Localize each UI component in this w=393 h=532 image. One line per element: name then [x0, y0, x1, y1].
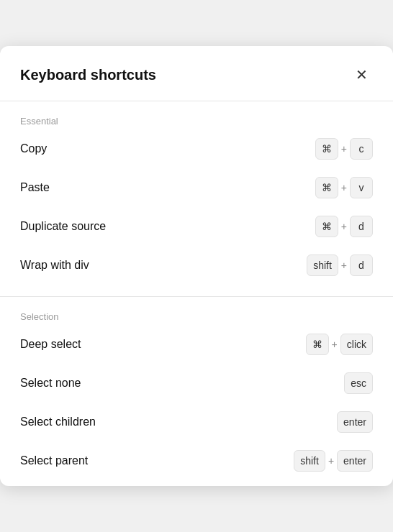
key-enter: enter — [337, 450, 373, 472]
shortcut-deep-select-name: Deep select — [20, 338, 81, 351]
key-c: c — [350, 138, 373, 160]
shortcut-wrap-keys: shift + d — [307, 254, 373, 276]
modal-title: Keyboard shortcuts — [20, 67, 156, 83]
key-shift: shift — [294, 450, 325, 472]
key-esc: esc — [344, 372, 373, 394]
essential-section: Essential Copy ⌘ + c Paste ⌘ + v Duplica… — [0, 101, 393, 290]
selection-section-label: Selection — [20, 311, 373, 322]
shortcut-select-none: Select none esc — [20, 364, 373, 403]
shortcut-paste-name: Paste — [20, 181, 50, 194]
key-sep: + — [328, 455, 334, 467]
shortcut-paste-keys: ⌘ + v — [315, 177, 373, 198]
key-sep: + — [341, 260, 347, 271]
shortcut-duplicate-keys: ⌘ + d — [315, 216, 373, 237]
shortcut-select-none-keys: esc — [344, 372, 373, 394]
shortcut-select-parent-keys: shift + enter — [294, 450, 373, 472]
key-d: d — [350, 254, 373, 276]
shortcut-deep-select-keys: ⌘ + click — [306, 334, 373, 355]
key-sep: + — [341, 182, 347, 193]
key-cmd: ⌘ — [315, 177, 338, 198]
close-button[interactable]: ✕ — [350, 63, 373, 86]
key-click: click — [340, 334, 373, 355]
keyboard-shortcuts-modal: Keyboard shortcuts ✕ Essential Copy ⌘ + … — [0, 46, 393, 486]
modal-header: Keyboard shortcuts ✕ — [0, 46, 393, 101]
key-d: d — [350, 216, 373, 237]
key-shift: shift — [307, 254, 338, 276]
shortcut-select-children-keys: enter — [337, 411, 373, 433]
shortcut-copy-name: Copy — [20, 142, 47, 155]
shortcut-select-none-name: Select none — [20, 377, 81, 390]
key-sep: + — [341, 221, 347, 232]
key-cmd: ⌘ — [315, 138, 338, 160]
shortcut-deep-select: Deep select ⌘ + click — [20, 325, 373, 364]
shortcut-select-children: Select children enter — [20, 403, 373, 441]
essential-section-label: Essential — [20, 116, 373, 127]
key-cmd: ⌘ — [315, 216, 338, 237]
key-sep: + — [332, 339, 338, 350]
shortcut-select-parent: Select parent shift + enter — [20, 441, 373, 480]
key-sep: + — [341, 143, 347, 155]
shortcut-duplicate-name: Duplicate source — [20, 220, 106, 233]
shortcut-paste: Paste ⌘ + v — [20, 168, 373, 207]
shortcut-wrap-name: Wrap with div — [20, 259, 89, 272]
shortcut-duplicate: Duplicate source ⌘ + d — [20, 207, 373, 246]
key-v: v — [350, 177, 373, 198]
key-enter: enter — [337, 411, 373, 433]
shortcut-copy: Copy ⌘ + c — [20, 129, 373, 168]
shortcut-copy-keys: ⌘ + c — [315, 138, 373, 160]
shortcut-select-parent-name: Select parent — [20, 454, 88, 467]
shortcut-select-children-name: Select children — [20, 416, 96, 428]
selection-section: Selection Deep select ⌘ + click Select n… — [0, 297, 393, 486]
shortcut-wrap: Wrap with div shift + d — [20, 246, 373, 285]
key-cmd: ⌘ — [306, 334, 329, 355]
